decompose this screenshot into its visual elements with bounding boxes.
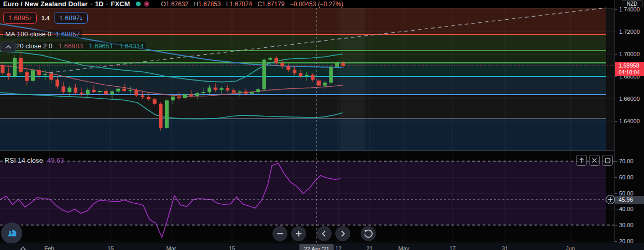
candle-body: [116, 89, 120, 91]
watermark-chart-logo-button[interactable]: [1, 222, 22, 244]
price-axis-label: 60.00: [619, 174, 634, 180]
candle-body: [226, 88, 229, 90]
candle-body: [250, 92, 254, 94]
approx-data-icon[interactable]: ≈: [144, 1, 149, 7]
time-axis-label: 15: [107, 245, 114, 250]
candle-body: [110, 91, 114, 94]
chart-legend: 1.68957 1.4 1.68971 MA 100 close 0 1.688…: [3, 12, 146, 50]
price-zone: [0, 50, 606, 63]
arrow-up-icon: [579, 157, 585, 164]
candle-body: [159, 104, 162, 128]
separator: ·: [90, 1, 92, 8]
ohlc-close-label: C: [257, 1, 262, 8]
candle-body: [286, 67, 290, 70]
reset-view-button[interactable]: [361, 226, 376, 241]
rsi-indicator-value: 49.63: [47, 156, 64, 164]
ohlc-high-value: 1.67853: [198, 1, 221, 8]
close-pane-button[interactable]: [589, 155, 600, 166]
candle-body: [335, 63, 339, 67]
candle-body: [56, 80, 59, 86]
price-axis-label: 30.00: [619, 222, 634, 228]
time-axis-label: 21: [366, 245, 373, 250]
axis-tick: [615, 121, 617, 122]
price-level-label-red[interactable]: 1.68957: [3, 12, 37, 24]
crosshair-rsi-badge: 45.96: [615, 196, 644, 204]
chevron-left-icon: [320, 230, 328, 238]
rsi-indicator-row[interactable]: RSI 14 close 49.63: [3, 156, 66, 164]
timeframe-label[interactable]: 1D: [95, 0, 104, 8]
minus-icon: [276, 230, 284, 238]
plus-icon: [608, 197, 613, 202]
time-axis-label: 15: [229, 245, 235, 250]
zoom-in-button[interactable]: [291, 226, 306, 241]
candle-body: [311, 75, 314, 80]
candle-body: [62, 86, 65, 92]
axis-tick: [615, 32, 617, 32]
zoom-out-button[interactable]: [272, 226, 287, 241]
candle-body: [195, 93, 199, 96]
rsi-pane-controls: [576, 155, 613, 166]
scroll-right-button[interactable]: [335, 226, 350, 241]
price-axis-label: 1.72000: [619, 29, 640, 35]
price-zone: [0, 95, 606, 119]
candle-body: [177, 97, 181, 98]
ohlc-close-value: 1.67179: [262, 1, 284, 8]
legend-collapse-button[interactable]: [1, 42, 16, 52]
close-icon: [592, 157, 597, 163]
time-axis-label: May: [399, 245, 409, 250]
candle-body: [299, 73, 303, 77]
exchange-label[interactable]: FXCM: [111, 0, 130, 8]
candle-body: [13, 58, 17, 77]
bar-countdown: 04:18:04: [619, 69, 644, 76]
bb-lower-value: 1.64314: [119, 42, 144, 50]
reset-icon: [364, 229, 373, 238]
candle-body: [80, 93, 84, 94]
candle-body: [201, 92, 205, 93]
axis-tick: [615, 241, 617, 242]
ma-indicator-row[interactable]: MA 100 close 0 1.68857: [3, 30, 82, 38]
candle-body: [31, 70, 35, 81]
time-axis-label: Mar: [167, 245, 176, 250]
maximize-icon: [605, 157, 611, 164]
ohlc-high-label: H: [194, 1, 198, 8]
candle-body: [92, 90, 95, 92]
change-readout: −0.00453 (−0.27%): [290, 1, 344, 8]
candle-body: [153, 99, 156, 104]
chart-header: Euro / New Zealand Dollar · 1D · FXCM ≈ …: [0, 0, 614, 8]
market-status-icon[interactable]: [136, 2, 141, 6]
axis-tick: [615, 161, 617, 162]
candle-body: [171, 97, 175, 101]
chevron-right-icon: [339, 230, 347, 238]
axis-settings-gear-icon[interactable]: [20, 245, 26, 250]
bb-indicator-row[interactable]: BB 20 close 2 0 1.66983 1.69651 1.64314: [3, 42, 146, 50]
rsi-indicator-name: RSI 14 close: [5, 156, 43, 164]
bb-upper-value: 1.69651: [89, 42, 113, 50]
price-axis-label: 1.70000: [619, 51, 640, 57]
symbol-title[interactable]: Euro / New Zealand Dollar: [3, 0, 88, 8]
candle-body: [208, 88, 211, 93]
chart-nav-toolbar: [272, 226, 376, 241]
ohlc-open-value: 1.67632: [166, 1, 188, 8]
candle-body: [317, 81, 321, 86]
trendline-value-label: 1.4: [42, 15, 49, 21]
candle-body: [262, 60, 266, 89]
candle-body: [19, 58, 23, 72]
chevron-up-icon: [5, 45, 11, 49]
add-alert-button[interactable]: [606, 195, 615, 204]
move-pane-up-button[interactable]: [576, 155, 587, 166]
price-axis[interactable]: NZD 1.740001.720001.700001.680001.660001…: [614, 0, 644, 243]
time-axis[interactable]: Feb15Mar151221May1731Jun22 Apr '21: [0, 243, 644, 250]
candle-body: [86, 90, 90, 95]
area-chart-logo-icon: [6, 228, 18, 239]
candle-body: [74, 88, 77, 93]
ohlc-readout: O1.67632 H1.67853 L1.67074 C1.67179 −0.0…: [161, 1, 343, 8]
candle-body: [214, 88, 217, 90]
price-level-label-blue[interactable]: 1.68971: [54, 12, 88, 24]
maximize-pane-button[interactable]: [602, 155, 613, 166]
price-axis-label: 1.64000: [619, 118, 640, 124]
separator: ·: [106, 1, 108, 8]
axis-tick: [615, 99, 617, 99]
candle-body: [183, 94, 187, 98]
scroll-left-button[interactable]: [317, 226, 332, 241]
axis-tick: [615, 209, 617, 209]
